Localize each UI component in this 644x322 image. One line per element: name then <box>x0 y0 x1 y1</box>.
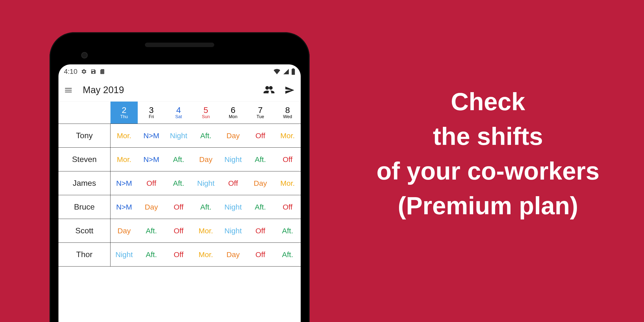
shift-cell[interactable]: Aft. <box>247 195 274 219</box>
day-number: 5 <box>204 106 208 114</box>
table-row: StevenMor.N>MAft.DayNightAft.Off <box>58 148 301 172</box>
day-header[interactable]: 3Fri <box>138 102 165 124</box>
day-label: Fri <box>149 114 154 120</box>
day-number: 4 <box>176 106 181 114</box>
shift-cell[interactable]: Off <box>247 124 274 148</box>
day-number: 2 <box>122 106 126 114</box>
phone-screen: 4:10 <box>58 64 301 322</box>
status-time: 4:10 <box>64 68 78 76</box>
shift-cell[interactable]: Off <box>138 172 165 195</box>
phone-frame: 4:10 <box>50 32 310 322</box>
shift-cell[interactable]: Day <box>110 219 138 242</box>
promo-line: of your co-workers <box>342 154 634 188</box>
shift-cell[interactable]: Off <box>274 195 301 219</box>
sd-card-icon <box>100 68 105 74</box>
table-row: ScottDayAft.OffMor.NightOffAft. <box>58 219 301 243</box>
worker-name[interactable]: Scott <box>58 219 110 242</box>
shift-cell[interactable]: Day <box>192 148 220 171</box>
shift-cell[interactable]: Off <box>247 219 274 242</box>
shift-cell[interactable]: Mor. <box>274 124 301 148</box>
app-bar: May 2019 <box>58 79 301 102</box>
hamburger-menu-icon[interactable] <box>64 86 73 94</box>
shift-cell[interactable]: Day <box>220 243 247 266</box>
worker-name[interactable]: James <box>58 172 110 195</box>
worker-name[interactable]: Thor <box>58 243 110 266</box>
shift-cell[interactable]: Night <box>220 219 247 242</box>
worker-name[interactable]: Steven <box>58 148 110 171</box>
table-row: TonyMor.N>MNightAft.DayOffMor. <box>58 124 301 148</box>
shift-cell[interactable]: Off <box>247 243 274 266</box>
shift-cell[interactable]: Aft. <box>138 243 165 266</box>
phone-speaker <box>145 42 214 47</box>
day-number: 6 <box>231 106 236 114</box>
shift-cell[interactable]: Night <box>220 148 247 171</box>
table-row: JamesN>MOffAft.NightOffDayMor. <box>58 172 301 195</box>
shift-cell[interactable]: Mor. <box>274 172 301 195</box>
day-number: 7 <box>258 106 263 114</box>
shift-cell[interactable]: Day <box>247 172 274 195</box>
battery-icon <box>291 68 295 75</box>
shift-cell[interactable]: Mor. <box>110 148 138 171</box>
shift-cell[interactable]: N>M <box>138 148 165 171</box>
shift-cell[interactable]: Aft. <box>192 195 220 219</box>
people-icon[interactable] <box>264 86 274 94</box>
phone-camera <box>81 52 88 58</box>
day-label: Mon <box>228 114 237 120</box>
signal-icon <box>283 69 289 74</box>
day-label: Sat <box>175 114 182 120</box>
wifi-icon <box>274 69 280 74</box>
day-header[interactable]: 6Mon <box>220 102 247 124</box>
shift-cell[interactable]: Night <box>220 195 247 219</box>
shift-cell[interactable]: Off <box>165 195 192 219</box>
shift-cell[interactable]: Aft. <box>192 124 220 148</box>
app-title[interactable]: May 2019 <box>83 85 124 95</box>
day-label: Tue <box>256 114 264 120</box>
day-number: 8 <box>285 106 290 114</box>
promo-line: the shifts <box>342 119 634 154</box>
day-label: Sun <box>202 114 210 120</box>
shift-cell[interactable]: Aft. <box>274 219 301 242</box>
name-column-header <box>58 102 110 124</box>
promo-line: (Premium plan) <box>342 188 634 223</box>
table-row: BruceN>MDayOffAft.NightAft.Off <box>58 195 301 219</box>
promo-line: Check <box>342 84 634 119</box>
worker-name[interactable]: Tony <box>58 124 110 148</box>
day-header[interactable]: 7Tue <box>247 102 274 124</box>
shift-cell[interactable]: Aft. <box>274 243 301 266</box>
day-number: 3 <box>149 106 154 114</box>
shift-cell[interactable]: Night <box>165 124 192 148</box>
table-row: ThorNightAft.OffMor.DayOffAft. <box>58 243 301 266</box>
worker-name[interactable]: Bruce <box>58 195 110 219</box>
date-header-row: 2Thu3Fri4Sat5Sun6Mon7Tue8Wed <box>58 102 301 124</box>
shift-cell[interactable]: Mor. <box>192 243 220 266</box>
shift-cell[interactable]: Day <box>220 124 247 148</box>
shift-cell[interactable]: Mor. <box>192 219 220 242</box>
shift-cell[interactable]: Aft. <box>247 148 274 171</box>
shift-cell[interactable]: Off <box>220 172 247 195</box>
shift-cell[interactable]: Off <box>165 243 192 266</box>
send-icon[interactable] <box>284 86 295 94</box>
shift-cell[interactable]: N>M <box>110 172 138 195</box>
day-header[interactable]: 5Sun <box>192 102 220 124</box>
day-header[interactable]: 2Thu <box>110 102 138 124</box>
day-label: Wed <box>283 114 292 120</box>
status-bar: 4:10 <box>58 64 301 79</box>
day-label: Thu <box>120 114 128 120</box>
day-header[interactable]: 4Sat <box>165 102 192 124</box>
shift-cell[interactable]: N>M <box>138 124 165 148</box>
shift-cell[interactable]: Off <box>274 148 301 171</box>
save-icon <box>90 68 96 74</box>
shift-cell[interactable]: Night <box>110 243 138 266</box>
shift-cell[interactable]: Aft. <box>138 219 165 242</box>
shift-cell[interactable]: Off <box>165 219 192 242</box>
shift-cell[interactable]: N>M <box>110 195 138 219</box>
day-header[interactable]: 8Wed <box>274 102 301 124</box>
shift-cell[interactable]: Mor. <box>110 124 138 148</box>
shift-cell[interactable]: Aft. <box>165 148 192 171</box>
promo-headline: Check the shifts of your co-workers (Pre… <box>342 84 634 223</box>
shift-cell[interactable]: Day <box>138 195 165 219</box>
gear-icon <box>81 68 87 74</box>
shift-cell[interactable]: Aft. <box>165 172 192 195</box>
shift-cell[interactable]: Night <box>192 172 220 195</box>
